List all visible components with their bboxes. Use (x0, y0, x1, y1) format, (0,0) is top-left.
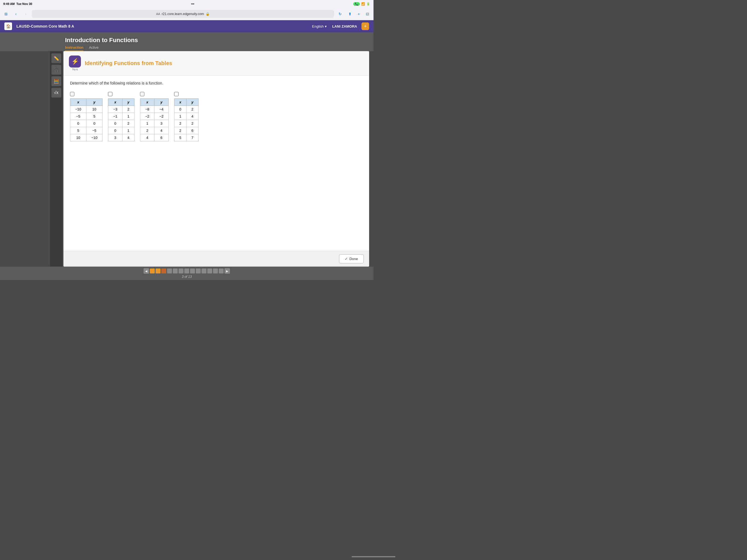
reload-button[interactable]: ↻ (336, 10, 344, 18)
col-x-d: x (174, 99, 186, 106)
table-row: 10−10 (70, 134, 103, 142)
table-row: 02 (108, 120, 134, 127)
aa-label: AA (156, 12, 160, 16)
pagination-dots: ◀ ▶ (144, 268, 230, 274)
page-dot-8[interactable] (190, 269, 195, 274)
col-x-a: x (70, 99, 86, 106)
tabs-button[interactable]: ⊟ (364, 10, 371, 18)
sidebar-calculator-button[interactable]: 🧮 (51, 76, 61, 86)
dots-icon: ••• (191, 2, 195, 5)
status-time: 9:49 AM (3, 2, 15, 5)
lesson-header: Introduction to Functions Instruction Ac… (0, 32, 374, 51)
page-counter: 3 of 13 (182, 275, 192, 279)
page-dot-12[interactable] (213, 269, 218, 274)
table-option-b: x y −32 −11 02 01 34 (108, 92, 134, 142)
checkbox-a[interactable] (70, 92, 74, 96)
col-x-b: x (108, 99, 123, 106)
col-y-d: y (186, 99, 199, 106)
content-body: Determine which of the following relatio… (63, 75, 369, 251)
new-tab-button[interactable]: + (355, 10, 363, 18)
table-option-d: x y 02 14 22 26 57 (174, 92, 199, 142)
page-dot-9[interactable] (196, 269, 201, 274)
page-dot-2[interactable] (156, 269, 160, 274)
tab-instruction[interactable]: Instruction (65, 45, 83, 51)
page-dot-6[interactable] (179, 269, 183, 274)
page-dot-3[interactable] (161, 269, 166, 274)
table-row: 00 (70, 120, 103, 127)
battery-icon: 🔋 (366, 2, 370, 6)
checkbox-c[interactable] (140, 92, 145, 96)
card-title: Identifying Functions from Tables (85, 60, 172, 67)
table-b: x y −32 −11 02 01 34 (108, 98, 134, 142)
table-row: −1010 (70, 106, 103, 113)
table-row: 13 (140, 120, 169, 127)
pagination-next-button[interactable]: ▶ (225, 268, 230, 274)
done-label: Done (350, 257, 358, 261)
url-text: r21.core.learn.edgenuity.com (162, 12, 204, 16)
sidebar: ✏️ 🎧 🧮 √x (50, 51, 62, 266)
table-row: 46 (140, 134, 169, 142)
table-row: 02 (174, 106, 198, 113)
address-bar[interactable]: AA r21.core.learn.edgenuity.com 🔒 (32, 10, 334, 18)
table-a: x y −1010 −55 00 5−5 10−10 (70, 98, 103, 142)
question-text: Determine which of the following relatio… (70, 81, 363, 85)
sidebar-toggle-button[interactable]: ⊞ (2, 10, 10, 18)
lightning-icon: ⚡ (71, 58, 79, 65)
table-row: −55 (70, 113, 103, 120)
table-d: x y 02 14 22 26 57 (174, 98, 199, 142)
col-x-c: x (140, 99, 154, 106)
sidebar-headphone-button[interactable]: 🎧 (51, 65, 61, 75)
lock-icon: 🔒 (206, 12, 210, 16)
page-dot-1[interactable] (150, 269, 155, 274)
browser-chrome: ⊞ ‹ › AA r21.core.learn.edgenuity.com 🔒 … (0, 8, 374, 20)
user-name: LANI ZAMORA (332, 24, 357, 28)
checkmark-icon: ✓ (345, 257, 348, 261)
content-footer: ✓ Done (63, 251, 369, 266)
col-y-b: y (122, 99, 134, 106)
try-it-label: Try It (72, 68, 78, 71)
page-dot-10[interactable] (202, 269, 206, 274)
language-selector[interactable]: English ▾ (312, 24, 327, 28)
table-row: −8−4 (140, 106, 169, 113)
page-dot-5[interactable] (173, 269, 178, 274)
table-option-c: x y −8−4 −2−2 13 24 46 (140, 92, 169, 142)
status-date: Tue Nov 30 (17, 2, 32, 5)
page-dot-11[interactable] (207, 269, 212, 274)
content-header: ⚡ Try It Identifying Functions from Tabl… (63, 51, 369, 75)
table-row: 26 (174, 127, 198, 134)
sidebar-formula-button[interactable]: √x (51, 88, 61, 98)
sidebar-pencil-button[interactable]: ✏️ (51, 53, 61, 63)
table-option-a: x y −1010 −55 00 5−5 10−10 (70, 92, 103, 142)
status-bar: 9:49 AM Tue Nov 30 ••• 📞 📶 🔋 (0, 0, 374, 8)
try-it-icon: ⚡ (69, 55, 81, 68)
lesson-tabs: Instruction Active (65, 45, 374, 51)
home-icon[interactable]: 🏠 (4, 22, 12, 30)
col-y-c: y (154, 99, 169, 106)
phone-icon: 📞 (353, 2, 360, 6)
page-dot-7[interactable] (184, 269, 189, 274)
back-button[interactable]: ‹ (12, 10, 20, 18)
checkbox-b[interactable] (108, 92, 112, 96)
checkbox-d[interactable] (174, 92, 179, 96)
table-row: 14 (174, 113, 198, 120)
table-row: 24 (140, 127, 169, 134)
plus-button[interactable]: + (361, 22, 369, 30)
table-row: 22 (174, 120, 198, 127)
tab-active[interactable]: Active (89, 45, 98, 51)
table-row: 5−5 (70, 127, 103, 134)
wifi-icon: 📶 (361, 2, 365, 6)
table-row: −2−2 (140, 113, 169, 120)
page-dot-4[interactable] (167, 269, 172, 274)
table-row: 34 (108, 134, 134, 142)
tables-row: x y −1010 −55 00 5−5 10−10 (70, 92, 363, 142)
done-button[interactable]: ✓ Done (339, 254, 364, 263)
page-dot-13[interactable] (219, 269, 224, 274)
app-nav: 🏠 LAUSD-Common Core Math 8 A English ▾ L… (0, 20, 374, 32)
chevron-down-icon: ▾ (325, 24, 327, 28)
pagination-prev-button[interactable]: ◀ (144, 268, 149, 274)
forward-button[interactable]: › (22, 10, 29, 18)
share-button[interactable]: ⬆ (346, 10, 354, 18)
table-row: −11 (108, 113, 134, 120)
table-row: 57 (174, 134, 198, 142)
table-row: 01 (108, 127, 134, 134)
